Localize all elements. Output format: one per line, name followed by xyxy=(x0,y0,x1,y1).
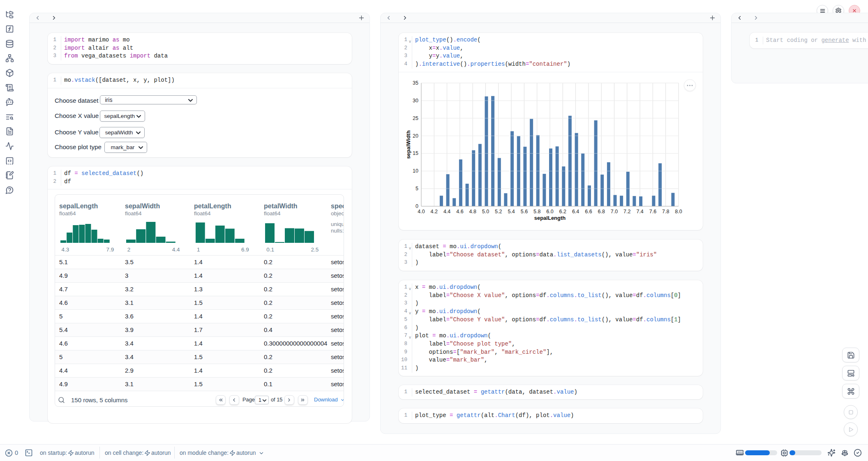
svg-text:5.0: 5.0 xyxy=(482,209,489,214)
svg-text:30: 30 xyxy=(413,98,418,104)
svg-text:sepalWidth: sepalWidth xyxy=(405,130,411,159)
svg-text:4.2: 4.2 xyxy=(431,209,438,214)
svg-text:7.6: 7.6 xyxy=(649,209,656,214)
svg-text:4.8: 4.8 xyxy=(469,209,476,214)
svg-text:7.8: 7.8 xyxy=(662,209,669,214)
svg-text:5.6: 5.6 xyxy=(521,209,528,214)
svg-text:5.4: 5.4 xyxy=(508,209,515,214)
svg-text:5: 5 xyxy=(416,186,418,191)
svg-text:7.0: 7.0 xyxy=(611,209,618,214)
svg-text:sepalLength: sepalLength xyxy=(534,215,566,221)
svg-text:4.6: 4.6 xyxy=(456,209,463,214)
svg-text:6.6: 6.6 xyxy=(585,209,592,214)
svg-text:7.4: 7.4 xyxy=(636,209,643,214)
svg-text:6.4: 6.4 xyxy=(572,209,579,214)
svg-text:8.0: 8.0 xyxy=(675,209,682,214)
svg-text:10: 10 xyxy=(413,168,418,174)
svg-text:6.8: 6.8 xyxy=(598,209,605,214)
svg-text:4.0: 4.0 xyxy=(418,209,425,214)
svg-text:5.8: 5.8 xyxy=(533,209,540,214)
svg-text:7.2: 7.2 xyxy=(623,209,630,214)
svg-text:6.2: 6.2 xyxy=(559,209,566,214)
svg-text:15: 15 xyxy=(413,150,418,156)
svg-text:20: 20 xyxy=(413,133,418,139)
svg-text:35: 35 xyxy=(413,80,418,86)
svg-text:0: 0 xyxy=(416,203,418,209)
svg-text:25: 25 xyxy=(413,115,418,121)
svg-text:5.2: 5.2 xyxy=(495,209,502,214)
svg-text:6.0: 6.0 xyxy=(546,209,553,214)
svg-text:4.4: 4.4 xyxy=(443,209,450,214)
